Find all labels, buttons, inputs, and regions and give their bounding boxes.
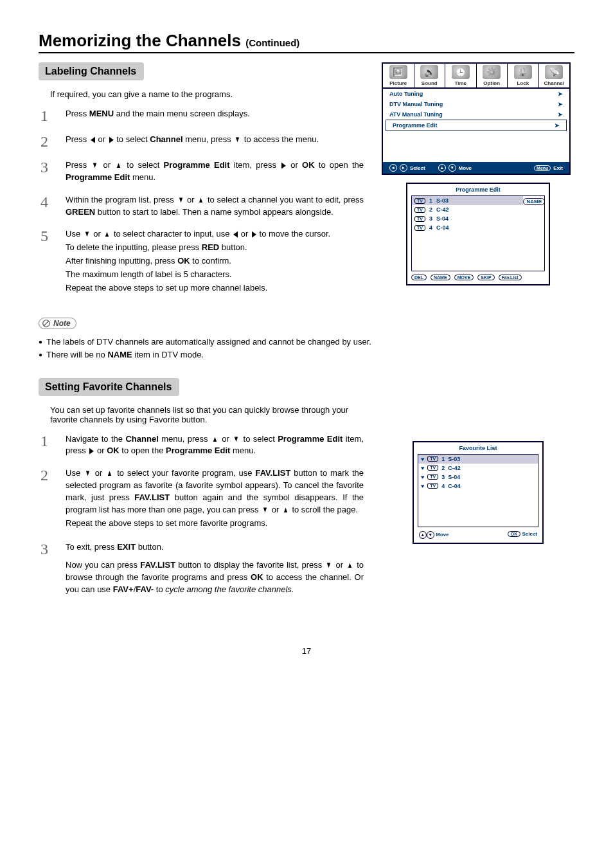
row-index: 2	[429, 206, 432, 213]
labeling-step-1: Press MENU and the main menu screen disp…	[66, 108, 364, 120]
row-name: C-04	[448, 483, 461, 489]
row-index: 3	[441, 474, 445, 480]
step-number: 4	[39, 194, 50, 210]
osd-tab-channel: 📡Channel	[539, 64, 570, 87]
list-item: TV1S-03	[412, 196, 523, 205]
step-line: Now you can press FAV.LIST button to dis…	[66, 559, 364, 596]
lock-icon: 🔒	[514, 65, 532, 79]
row-index: 4	[429, 224, 432, 231]
up-key-icon: ▴	[438, 164, 446, 172]
panel-footer: ▴▾ Move OK Select	[414, 527, 542, 543]
sound-icon: 🔊	[420, 65, 438, 79]
osd-row-selected: Programme Edit➤	[386, 120, 567, 131]
row-name: C-42	[436, 206, 449, 213]
row-index: 2	[441, 465, 445, 471]
labeling-intro: If required, you can give a name to the …	[50, 89, 364, 99]
row-name: S-03	[448, 456, 460, 462]
step-number: 3	[39, 159, 50, 175]
footer-move: Move	[436, 532, 449, 538]
panel-footer: DEL NAME MOVE SKIP Fav.List	[407, 271, 549, 284]
tab-label: Time	[445, 80, 476, 86]
panel-title: Programme Edit	[407, 184, 549, 195]
right-key-icon: ▸	[400, 164, 407, 172]
row-index: 3	[429, 215, 432, 222]
tab-label: Lock	[508, 80, 538, 86]
labeling-step-5: Use ▼ or ▲ to select character to input,…	[66, 228, 364, 295]
programme-list: TV1S-03 TV2C-42 TV3S-04 TV4C-04	[411, 195, 545, 271]
osd-row-label: ATV Manual Tuning	[389, 111, 443, 118]
footer-select: Select	[522, 531, 537, 537]
tv-badge: TV	[427, 456, 438, 462]
step-line: Repeat the above steps to set up more ch…	[66, 282, 364, 294]
heart-icon: ♥	[421, 465, 424, 471]
row-index: 1	[429, 197, 432, 204]
svg-line-1	[44, 321, 49, 326]
title-continued: (Continued)	[245, 37, 299, 48]
step-line: Use ▼ or ▲ to select your favorite progr…	[66, 467, 364, 516]
note-icon	[42, 319, 51, 328]
name-key: NAME	[431, 275, 450, 280]
tv-badge: TV	[427, 465, 438, 471]
osd-tab-option: ⚙️Option	[477, 64, 508, 87]
favourite-list: ♥TV1S-03 ♥TV2C-42 ♥TV3S-04 ♥TV4C-04	[418, 454, 538, 527]
footer-select: Select	[410, 165, 425, 171]
skip-key: SKIP	[477, 275, 494, 280]
list-item: ♥TV1S-03	[418, 455, 538, 464]
note-item: The labels of DTV channels are automatic…	[46, 336, 371, 348]
title-rule	[39, 52, 574, 53]
row-name: S-03	[436, 197, 449, 204]
osd-tab-sound: 🔊Sound	[414, 64, 446, 87]
row-name: C-42	[448, 465, 461, 471]
note-item: There will be no NAME item in DTV mode.	[46, 348, 204, 361]
step-line: Use ▼ or ▲ to select character to input,…	[66, 228, 364, 240]
down-key-icon: ▾	[427, 531, 434, 539]
osd-row-label: Auto Tuning	[389, 91, 423, 97]
up-key-icon: ▴	[419, 531, 427, 539]
favlist-key: Fav.List	[499, 275, 522, 280]
chevron-right-icon: ➤	[558, 111, 563, 118]
favorite-intro: You can set up favorite channels list so…	[50, 405, 364, 424]
move-key: MOVE	[454, 275, 474, 280]
del-key: DEL	[411, 275, 427, 280]
step-number: 5	[39, 228, 50, 244]
down-key-icon: ▾	[449, 164, 456, 172]
list-item: TV2C-42	[412, 205, 544, 214]
left-key-icon: ◂	[389, 164, 397, 172]
menu-key: Menu	[534, 165, 551, 171]
row-name: S-04	[448, 474, 460, 480]
osd-tab-picture: 🖼️Picture	[383, 64, 414, 87]
tab-label: Channel	[539, 80, 570, 86]
osd-row: ATV Manual Tuning➤	[383, 109, 569, 120]
row-index: 4	[441, 483, 445, 489]
row-name: C-04	[436, 224, 449, 231]
heart-icon: ♥	[421, 483, 424, 489]
list-item: TV4C-04	[412, 223, 544, 232]
step-line: The maximum length of label is 5 charact…	[66, 269, 364, 281]
row-name: S-04	[436, 215, 449, 222]
chevron-right-icon: ➤	[555, 122, 560, 129]
heart-icon: ♥	[421, 474, 424, 480]
step-line: After finishing inputting, press OK to c…	[66, 255, 364, 267]
step-number: 3	[39, 541, 50, 557]
list-item: TV3S-04	[412, 214, 544, 223]
tv-badge: TV	[414, 198, 425, 204]
labeling-heading: Labeling Channels	[39, 62, 144, 80]
panel-title: Favourite List	[414, 442, 542, 454]
row-index: 1	[441, 456, 445, 462]
osd-row-label: Programme Edit	[393, 122, 438, 129]
osd-tabs: 🖼️Picture 🔊Sound 🕒Time ⚙️Option 🔒Lock 📡C…	[383, 64, 569, 89]
osd-tab-time: 🕒Time	[445, 64, 477, 87]
list-item: ♥TV3S-04	[418, 473, 538, 482]
note-label: Note	[39, 318, 76, 329]
ok-key: OK	[508, 531, 521, 537]
favorite-step-1: Navigate to the Channel menu, press ▲ or…	[66, 433, 364, 458]
step-number: 2	[39, 134, 50, 149]
list-item: ♥TV4C-04	[418, 482, 538, 491]
tab-label: Sound	[414, 80, 445, 86]
osd-list: Auto Tuning➤ DTV Manual Tuning➤ ATV Manu…	[383, 89, 569, 162]
osd-row: Auto Tuning➤	[383, 89, 569, 99]
tv-badge: TV	[414, 207, 425, 213]
tv-badge: TV	[414, 216, 425, 222]
osd-row-label: DTV Manual Tuning	[389, 101, 443, 107]
tab-label: Picture	[383, 80, 414, 86]
